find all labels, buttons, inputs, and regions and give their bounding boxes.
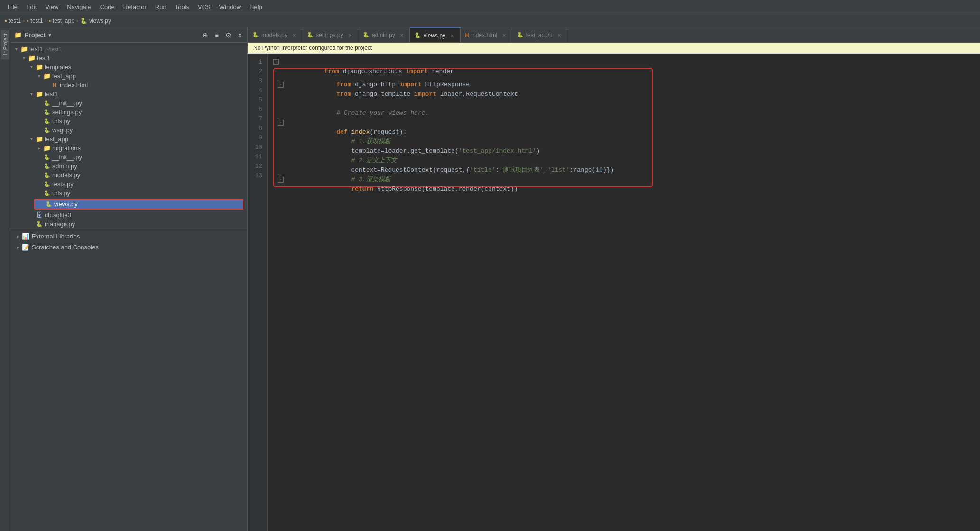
menu-run[interactable]: Run (151, 1, 170, 12)
py-icon-wsgi: 🐍 (43, 127, 51, 133)
toggle-scratches[interactable]: ▸ (14, 245, 22, 250)
tree-item-db[interactable]: 🗄 db.sqlite3 (10, 211, 247, 220)
tab-models[interactable]: 🐍 models.py × (248, 27, 302, 43)
menu-window[interactable]: Window (215, 1, 245, 12)
tab-label-views: views.py (424, 32, 445, 39)
tree-item-scratches[interactable]: ▸ 📝 Scratches and Consoles (10, 242, 247, 253)
tree-item-test-app-tmpl[interactable]: ▾ 📁 test_app (10, 72, 247, 81)
fold-13[interactable]: - (278, 177, 284, 183)
project-label: Project (25, 31, 46, 38)
breadcrumb-part-2[interactable]: test_app (53, 18, 74, 24)
vertical-sidebar: 1: Project (0, 27, 10, 531)
menu-help[interactable]: Help (246, 1, 266, 12)
tree-item-manage[interactable]: 🐍 manage.py (10, 220, 247, 229)
py-icon-admin: 🐍 (43, 163, 51, 169)
project-panel-header: 📁 Project ▾ ⊕ ≡ ⚙ × (10, 27, 247, 43)
settings-icon[interactable]: ⚙ (224, 30, 233, 40)
tree-item-settings[interactable]: 🐍 settings.py (10, 108, 247, 117)
warning-bar: No Python interpreter configured for the… (248, 43, 980, 54)
tab-index[interactable]: H index.html × (461, 27, 512, 43)
menu-code[interactable]: Code (96, 1, 119, 12)
fold-7[interactable]: - (278, 120, 284, 126)
html-icon-index: H (50, 82, 59, 88)
tab-close-index[interactable]: × (501, 32, 507, 38)
code-content[interactable]: - from django.shortcuts import render fr… (268, 54, 980, 531)
tab-views[interactable]: 🐍 views.py × (410, 27, 460, 43)
menu-refactor[interactable]: Refactor (120, 1, 150, 12)
tree-item-models[interactable]: 🐍 models.py (10, 171, 247, 180)
toggle-test1-inner[interactable]: ▾ (20, 55, 28, 61)
menu-edit[interactable]: Edit (22, 1, 40, 12)
file-tree: ▾ 📁 test1 ~/test1 ▾ 📁 test1 ▾ 📁 template… (10, 43, 247, 531)
line-num-9: 9 (250, 133, 265, 143)
toggle-ext-libraries[interactable]: ▸ (14, 234, 22, 239)
tree-label-test1-inner: test1 (37, 55, 50, 62)
breadcrumb-icon-folder3: ▪ (49, 18, 51, 24)
tree-item-test1-pkg[interactable]: ▾ 📁 test1 (10, 90, 247, 99)
tree-item-admin[interactable]: 🐍 admin.py (10, 162, 247, 171)
py-icon-manage: 🐍 (35, 221, 44, 227)
tab-settings[interactable]: 🐍 settings.py × (302, 27, 358, 43)
tree-item-urls2[interactable]: 🐍 urls.py (10, 189, 247, 198)
tab-icon-testapp-u: 🐍 (517, 32, 524, 38)
tree-item-wsgi[interactable]: 🐍 wsgi.py (10, 126, 247, 135)
tree-item-templates[interactable]: ▾ 📁 templates (10, 63, 247, 72)
toggle-root[interactable]: ▾ (12, 46, 20, 52)
tab-close-admin[interactable]: × (399, 32, 405, 38)
menu-vcs[interactable]: VCS (194, 1, 214, 12)
tab-icon-views: 🐍 (415, 32, 421, 38)
code-line-10: # 2.定义上下文 (278, 146, 648, 156)
code-line-2: from django.http import HttpResponse (278, 71, 648, 80)
close-panel-icon[interactable]: × (237, 30, 243, 40)
breadcrumb-part-0[interactable]: test1 (9, 18, 21, 24)
editor-area: 🐍 models.py × 🐍 settings.py × 🐍 admin.py… (248, 27, 980, 531)
fold-1[interactable]: - (273, 59, 279, 65)
tab-close-views[interactable]: × (449, 32, 455, 39)
toggle-test1-pkg[interactable]: ▾ (28, 92, 35, 97)
structure-icon[interactable]: ≡ (213, 30, 220, 40)
line-num-1: 1 (250, 57, 265, 67)
tree-item-views[interactable]: 🐍 views.py (34, 199, 243, 210)
tab-close-testapp-u[interactable]: × (556, 32, 562, 38)
tab-close-settings[interactable]: × (347, 32, 353, 38)
tree-item-test1-inner[interactable]: ▾ 📁 test1 (10, 54, 247, 63)
project-dropdown-icon[interactable]: ▾ (48, 32, 51, 38)
menu-tools[interactable]: Tools (171, 1, 193, 12)
tab-testapp-u[interactable]: 🐍 test_app/u × (512, 27, 567, 43)
tree-item-root[interactable]: ▾ 📁 test1 ~/test1 (10, 45, 247, 54)
add-scope-icon[interactable]: ⊕ (201, 30, 210, 40)
toggle-templates[interactable]: ▾ (28, 64, 35, 70)
tree-item-index-html[interactable]: H index.html (10, 81, 247, 90)
menu-view[interactable]: View (41, 1, 62, 12)
code-line-13: - return HttpResponse(template.render(co… (278, 175, 648, 184)
tab-close-models[interactable]: × (291, 32, 297, 38)
tree-label-index-html: index.html (60, 82, 88, 89)
menu-navigate[interactable]: Navigate (63, 1, 95, 12)
breadcrumb-part-1[interactable]: test1 (31, 18, 43, 24)
tab-admin[interactable]: 🐍 admin.py × (358, 27, 410, 43)
tree-item-ext-libraries[interactable]: ▸ 📊 External Libraries (10, 231, 247, 242)
tree-item-init1[interactable]: 🐍 __init__.py (10, 99, 247, 108)
tree-label-wsgi: wsgi.py (52, 127, 73, 134)
tree-item-urls1[interactable]: 🐍 urls.py (10, 117, 247, 126)
tab-icon-admin: 🐍 (363, 32, 370, 38)
tree-item-test-app[interactable]: ▾ 📁 test_app (10, 135, 247, 144)
code-line-8: # 1.获取模板 (278, 128, 648, 137)
toggle-migrations[interactable]: ▸ (35, 146, 43, 151)
scratches-label: Scratches and Consoles (32, 244, 99, 251)
menu-file[interactable]: File (4, 1, 21, 12)
tree-label-models: models.py (52, 172, 80, 179)
tree-label-tests: tests.py (52, 181, 74, 188)
fold-3[interactable]: - (278, 82, 284, 88)
folder-icon-root: 📁 (20, 46, 28, 53)
tree-label-manage: manage.py (45, 220, 75, 228)
tree-item-migrations[interactable]: ▸ 📁 migrations (10, 144, 247, 153)
tree-item-init2[interactable]: 🐍 __init__.py (10, 153, 247, 162)
breadcrumb-part-3[interactable]: views.py (89, 18, 111, 24)
toggle-test-app-tmpl[interactable]: ▾ (35, 73, 43, 79)
toggle-test-app[interactable]: ▾ (28, 137, 35, 142)
tab-label-models: models.py (261, 32, 287, 38)
tree-item-tests[interactable]: 🐍 tests.py (10, 180, 247, 189)
project-vertical-tab[interactable]: 1: Project (1, 30, 9, 59)
tree-label-test1-pkg: test1 (45, 91, 58, 98)
